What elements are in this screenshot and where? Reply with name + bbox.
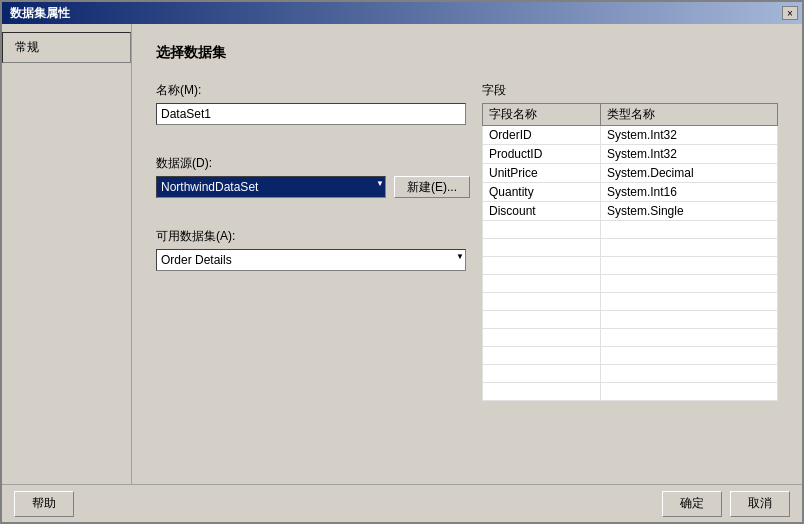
table-row: UnitPriceSystem.Decimal [483, 164, 778, 183]
title-bar: 数据集属性 × [2, 2, 802, 24]
right-panel: 字段 字段名称 类型名称 OrderIDSystem.Int32ProductI… [482, 82, 778, 401]
close-button[interactable]: × [782, 6, 798, 20]
empty-cell [600, 221, 777, 239]
table-row [483, 311, 778, 329]
field-name-cell: OrderID [483, 126, 601, 145]
field-name-cell: Quantity [483, 183, 601, 202]
name-input[interactable] [156, 103, 466, 125]
datasource-select[interactable]: NorthwindDataSet [156, 176, 386, 198]
field-type-cell: System.Single [600, 202, 777, 221]
empty-cell [600, 293, 777, 311]
table-row [483, 275, 778, 293]
field-name-cell: Discount [483, 202, 601, 221]
help-button[interactable]: 帮助 [14, 491, 74, 517]
empty-cell [483, 329, 601, 347]
empty-cell [600, 329, 777, 347]
table-row [483, 221, 778, 239]
sidebar-item-general[interactable]: 常规 [2, 32, 131, 63]
available-row: 可用数据集(A): Order Details [156, 228, 466, 271]
field-name-cell: UnitPrice [483, 164, 601, 183]
sidebar: 常规 [2, 24, 132, 484]
name-row: 名称(M): [156, 82, 466, 125]
col-fieldname: 字段名称 [483, 104, 601, 126]
table-row [483, 239, 778, 257]
empty-cell [600, 383, 777, 401]
table-row [483, 293, 778, 311]
cancel-button[interactable]: 取消 [730, 491, 790, 517]
bottom-bar: 帮助 确定 取消 [2, 484, 802, 522]
table-row: OrderIDSystem.Int32 [483, 126, 778, 145]
fields-table: 字段名称 类型名称 OrderIDSystem.Int32ProductIDSy… [482, 103, 778, 401]
left-panel: 名称(M): 数据源(D): NorthwindDataSet [156, 82, 466, 401]
table-row [483, 347, 778, 365]
two-panels: 名称(M): 数据源(D): NorthwindDataSet [156, 82, 778, 401]
empty-cell [600, 311, 777, 329]
empty-cell [600, 257, 777, 275]
bottom-right: 确定 取消 [662, 491, 790, 517]
field-name-cell: ProductID [483, 145, 601, 164]
table-row [483, 257, 778, 275]
table-row [483, 329, 778, 347]
empty-cell [600, 365, 777, 383]
datasource-label: 数据源(D): [156, 155, 466, 172]
table-row [483, 383, 778, 401]
empty-cell [483, 383, 601, 401]
empty-cell [483, 365, 601, 383]
field-type-cell: System.Decimal [600, 164, 777, 183]
field-type-cell: System.Int32 [600, 126, 777, 145]
fields-header-row: 字段名称 类型名称 [483, 104, 778, 126]
content-area: 选择数据集 名称(M): 数据源(D): [132, 24, 802, 484]
available-select-wrapper: Order Details [156, 249, 466, 271]
empty-cell [483, 257, 601, 275]
available-label: 可用数据集(A): [156, 228, 466, 245]
datasource-controls: NorthwindDataSet 新建(E)... [156, 176, 466, 198]
empty-cell [600, 239, 777, 257]
col-typename: 类型名称 [600, 104, 777, 126]
empty-cell [483, 239, 601, 257]
empty-cell [483, 293, 601, 311]
available-select[interactable]: Order Details [156, 249, 466, 271]
datasource-row-container: 数据源(D): NorthwindDataSet 新建(E)... [156, 155, 466, 198]
table-row: DiscountSystem.Single [483, 202, 778, 221]
datasource-select-wrapper: NorthwindDataSet [156, 176, 386, 198]
table-row [483, 365, 778, 383]
window-title: 数据集属性 [6, 5, 70, 22]
field-type-cell: System.Int16 [600, 183, 777, 202]
empty-cell [483, 275, 601, 293]
section-title: 选择数据集 [156, 44, 778, 62]
bottom-left: 帮助 [14, 491, 74, 517]
field-type-cell: System.Int32 [600, 145, 777, 164]
empty-cell [483, 311, 601, 329]
empty-cell [600, 347, 777, 365]
main-content: 常规 选择数据集 名称(M): 数据源(D): [2, 24, 802, 484]
main-window: 数据集属性 × 常规 选择数据集 名称(M): 数据源(D [0, 0, 804, 524]
new-button[interactable]: 新建(E)... [394, 176, 470, 198]
ok-button[interactable]: 确定 [662, 491, 722, 517]
name-label: 名称(M): [156, 82, 466, 99]
empty-cell [483, 221, 601, 239]
table-row: QuantitySystem.Int16 [483, 183, 778, 202]
fields-section-label: 字段 [482, 82, 778, 99]
empty-cell [600, 275, 777, 293]
table-row: ProductIDSystem.Int32 [483, 145, 778, 164]
empty-cell [483, 347, 601, 365]
